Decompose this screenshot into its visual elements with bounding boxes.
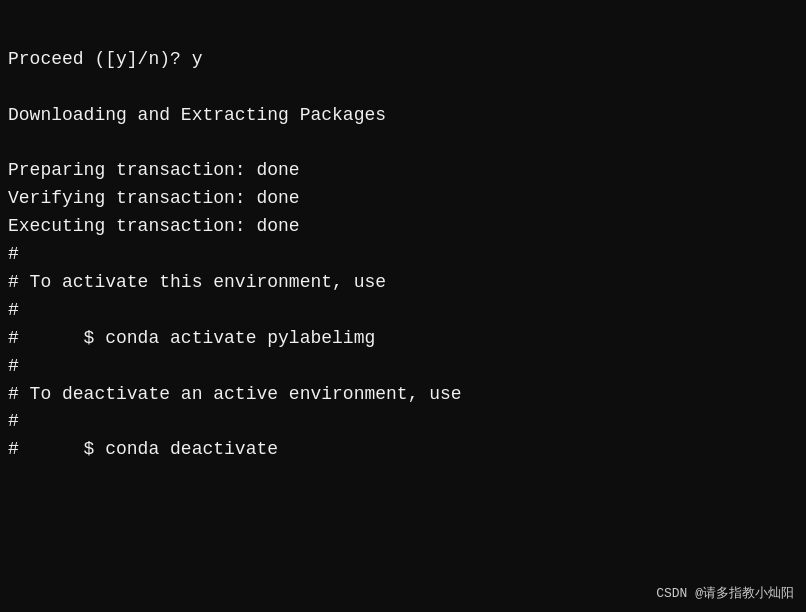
- terminal-line: Preparing transaction: done: [8, 157, 790, 185]
- terminal-output: Proceed ([y]/n)? y Downloading and Extra…: [0, 0, 806, 480]
- terminal-line: [8, 74, 790, 102]
- terminal-line: Proceed ([y]/n)? y: [8, 46, 790, 74]
- terminal-line: Downloading and Extracting Packages: [8, 102, 790, 130]
- terminal-line: # $ conda activate pylabelimg: [8, 325, 790, 353]
- terminal-line: Executing transaction: done: [8, 213, 790, 241]
- terminal-line: #: [8, 297, 790, 325]
- terminal-line: [8, 130, 790, 158]
- terminal-line: # To deactivate an active environment, u…: [8, 381, 790, 409]
- terminal-line: # To activate this environment, use: [8, 269, 790, 297]
- terminal-line: # $ conda deactivate: [8, 436, 790, 464]
- terminal-line: #: [8, 241, 790, 269]
- terminal-line: #: [8, 408, 790, 436]
- watermark: CSDN @请多指教小灿阳: [656, 584, 794, 602]
- terminal-line: Verifying transaction: done: [8, 185, 790, 213]
- terminal-line: #: [8, 353, 790, 381]
